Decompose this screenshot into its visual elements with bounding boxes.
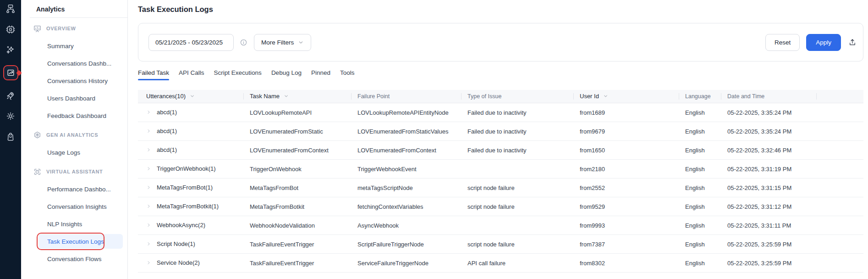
expand-row-chevron-icon[interactable] (146, 128, 151, 135)
chevron-right-icon[interactable] (146, 147, 151, 152)
apply-button[interactable]: Apply (806, 34, 841, 51)
cell-date-time: 05-22-2025, 3:31:11 PM (721, 216, 816, 235)
cell-filler (816, 141, 863, 160)
export-icon[interactable] (846, 36, 858, 48)
app-window: Analytics OVERVIEWSummaryConversations D… (0, 0, 868, 279)
sidebar-item-task-execution-logs[interactable]: Task Execution Logs (38, 234, 123, 249)
sidebar-item-usage-logs[interactable]: Usage Logs (21, 144, 127, 161)
cell-user-id: from7387 (573, 235, 679, 254)
cell-type-of-issue: Failed due to inactivity (461, 103, 573, 122)
column-header-type-of-issue: Type of Issue (461, 90, 573, 103)
expand-row-chevron-icon[interactable] (146, 241, 151, 248)
column-label: Language (685, 93, 711, 100)
cell-filler (816, 273, 863, 279)
cell-failure-point: LOVEnumeratedFromStaticValues (351, 122, 461, 141)
expand-row-chevron-icon[interactable] (146, 184, 151, 191)
sidebar-item-summary[interactable]: Summary (21, 37, 127, 55)
expand-row-chevron-icon[interactable] (146, 222, 151, 229)
cell-failure-point: TriggerWebhookEvent (351, 160, 461, 179)
tab-script-executions[interactable]: Script Executions (214, 69, 262, 80)
cell-task-name: LOVEnumeratedFromStatic (243, 122, 351, 141)
table-row[interactable]: abcd(1)LOVLookupRemoteAPILOVLookupRemote… (138, 103, 863, 122)
sidebar-section-label: VIRTUAL ASSISTANT (46, 169, 103, 174)
sidebar-item-nlp-insights[interactable]: NLP Insights (21, 215, 127, 233)
column-label: Failure Point (357, 93, 390, 100)
cell-failure-point: BotUserSessionLastMessageObj... (351, 273, 461, 279)
info-icon[interactable] (240, 39, 247, 46)
cell-type-of-issue (461, 216, 573, 235)
sidebar-item-users-dashboard[interactable]: Users Dashboard (21, 89, 127, 107)
cell-utterances: Script Node(1) (138, 235, 243, 254)
expand-row-chevron-icon[interactable] (146, 109, 151, 116)
table-row[interactable]: Service Node(2)TaskFailureEventTriggerSe… (138, 254, 863, 273)
table-row[interactable]: MetaTagsFromBotkit(1)MetaTagsFromBotkitf… (138, 197, 863, 216)
table-row[interactable]: abcd(1)LOVEnumeratedFromStaticLOVEnumera… (138, 122, 863, 141)
sidebar-item-feedback-dashboard[interactable]: Feedback Dashboard (21, 107, 127, 124)
cell-failure-point: fetchingContextVariables (351, 197, 461, 216)
tab-tools[interactable]: Tools (340, 69, 355, 80)
chevron-right-icon[interactable] (146, 166, 151, 171)
cell-task-name: TaskFailureEventTrigger (243, 235, 351, 254)
cell-utterances: Service Node(2) (138, 254, 243, 273)
chevron-right-icon[interactable] (146, 241, 151, 246)
utterance-label: Script Node(1) (157, 240, 195, 247)
tab-pinned[interactable]: Pinned (311, 69, 330, 80)
chevron-right-icon[interactable] (146, 223, 151, 228)
cell-user-id: from1291 (573, 273, 679, 279)
sort-chevron[interactable] (603, 93, 608, 100)
tab-failed-task[interactable]: Failed Task (138, 69, 169, 80)
tab-debug-log[interactable]: Debug Log (271, 69, 302, 80)
expand-row-chevron-icon[interactable] (146, 147, 151, 154)
chevron-right-icon[interactable] (146, 185, 151, 190)
cell-utterances: LastMessageObjectFromBo... (138, 273, 243, 279)
gear-icon (5, 111, 16, 121)
sidebar-section-label: OVERVIEW (46, 26, 76, 31)
column-header-task-name[interactable]: Task Name (243, 90, 351, 103)
chevron-right-icon[interactable] (146, 128, 151, 134)
tab-api-calls[interactable]: API Calls (179, 69, 204, 80)
cell-filler (816, 179, 863, 197)
cell-user-id: from9679 (573, 122, 679, 141)
chevron-right-icon[interactable] (146, 204, 151, 209)
table-row[interactable]: MetaTagsFromBot(1)MetaTagsFromBotmetaTag… (138, 179, 863, 197)
cell-language: English (679, 160, 721, 179)
rail-item-gen-ai[interactable] (5, 45, 16, 56)
sidebar-item-conversation-insights[interactable]: Conversation Insights (21, 198, 127, 215)
sidebar-item-performance-dashbo[interactable]: Performance Dashbo... (21, 180, 127, 198)
column-header-user-id[interactable]: User Id (573, 90, 679, 103)
cell-date-time: 05-22-2025, 3:31:12 PM (721, 197, 816, 216)
cell-utterances: WebhookAsync(2) (138, 216, 243, 235)
sidebar-item-conversation-flows[interactable]: Conversation Flows (21, 250, 127, 268)
expand-row-chevron-icon[interactable] (146, 166, 151, 173)
table-row[interactable]: LastMessageObjectFromBo...LastMessageObj… (138, 273, 863, 279)
chevron-right-icon[interactable] (146, 260, 151, 265)
date-range-input[interactable]: 05/21/2025 - 05/23/2025 (148, 34, 234, 51)
table-row[interactable]: TriggerOnWebhook(1)TriggerOnWebhookTrigg… (138, 160, 863, 179)
reset-button[interactable]: Reset (765, 34, 800, 51)
cell-user-id: from8302 (573, 254, 679, 273)
rail-item-flows[interactable] (5, 3, 16, 14)
rail-item-settings[interactable] (5, 111, 16, 122)
bot-icon (5, 24, 16, 34)
table-row[interactable]: Script Node(1)TaskFailureEventTriggerScr… (138, 235, 863, 254)
rail-item-deploy[interactable] (5, 90, 16, 101)
more-filters-button[interactable]: More Filters (254, 34, 311, 51)
rail-item-marketplace[interactable] (5, 131, 16, 142)
rail-item-analytics[interactable] (3, 65, 18, 80)
column-header-language: Language (679, 90, 721, 103)
sidebar-item-conversations-history[interactable]: Conversations History (21, 72, 127, 89)
cell-date-time: 05-22-2025, 3:31:15 PM (721, 179, 816, 197)
expand-row-chevron-icon[interactable] (146, 203, 151, 210)
cell-task-name: MetaTagsFromBot (243, 179, 351, 197)
chevron-right-icon[interactable] (146, 110, 151, 115)
sort-chevron[interactable] (284, 93, 289, 100)
column-header-utterances-10[interactable]: Utterances(10) (138, 90, 243, 103)
rail-item-automation[interactable] (5, 24, 16, 35)
cell-language: English (679, 254, 721, 273)
table-row[interactable]: abcd(1)LOVEnumeratedFromContextLOVEnumer… (138, 141, 863, 160)
sort-chevron[interactable] (190, 93, 195, 100)
sidebar-item-conversations-dashb[interactable]: Conversations Dashb... (21, 55, 127, 72)
cell-date-time: 05-22-2025, 3:25:59 PM (721, 235, 816, 254)
expand-row-chevron-icon[interactable] (146, 260, 151, 267)
table-row[interactable]: WebhookAsync(2)WebhookNodeValidationAsyn… (138, 216, 863, 235)
